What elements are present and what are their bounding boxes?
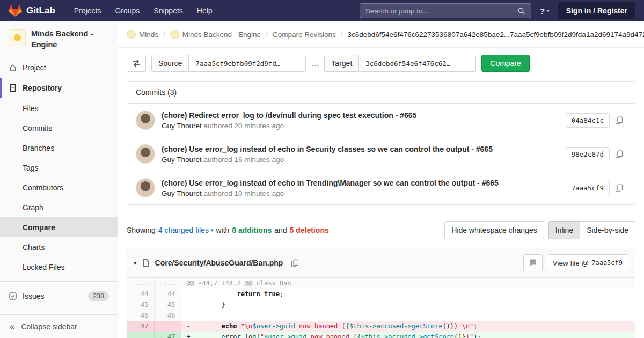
copy-file-path-button[interactable] [288, 257, 302, 269]
old-line-number[interactable]: 46 [127, 310, 154, 321]
commit-author-link[interactable]: Guy Thouret [162, 189, 202, 197]
top-navbar: GitLab ProjectsGroupsSnippetsHelp ? ▾ Si… [0, 0, 644, 21]
target-field-group: Target 3c6debd6f54e6f476c62… [324, 55, 476, 72]
sidebar-item-contributors[interactable]: Contributors [0, 178, 118, 197]
diff-row-ctx: 4646 [127, 310, 635, 321]
diff-line-sign: + [187, 333, 191, 338]
commit-title-link[interactable]: (chore) Use error_log instead of echo in… [162, 179, 557, 187]
source-ref-dropdown[interactable]: 7aaa5cf9ebfb09f2d9fd… [189, 55, 306, 72]
copy-commit-sha-button[interactable] [612, 182, 626, 194]
gitlab-logo[interactable]: GitLab [9, 4, 55, 17]
commit-sha-button[interactable]: 04a84c1c [566, 113, 610, 128]
commit-author-avatar[interactable] [136, 144, 155, 164]
inline-view-button[interactable]: Inline [548, 221, 580, 239]
copy-icon [615, 184, 623, 192]
search-input[interactable] [365, 7, 517, 15]
toggle-comments-button[interactable] [523, 254, 543, 271]
view-file-sha: 7aaa5cf9 [591, 259, 623, 267]
breadcrumb: Minds/Minds Backend - Engine/Compare Rev… [118, 21, 644, 48]
copy-commit-sha-button[interactable] [612, 114, 626, 127]
sidebar-item-files[interactable]: Files [0, 98, 118, 118]
diff-row-del: 47- echo "\n$user->guid now banned ({$th… [127, 321, 635, 332]
sign-in-register-button[interactable]: Sign in / Register [558, 2, 635, 19]
tanuki-icon [9, 4, 22, 17]
sidebar-item-locked-files[interactable]: Locked Files [0, 257, 118, 277]
sidebar-item-commits[interactable]: Commits [0, 118, 118, 138]
sidebar-divider [0, 281, 118, 282]
commit-title-link[interactable]: (chore) Use error_log instead of echo in… [162, 145, 557, 153]
sidebar-item-label: Issues [23, 292, 44, 300]
copy-commit-sha-button[interactable] [612, 148, 626, 160]
copy-icon [615, 116, 623, 124]
and-label: and [274, 226, 287, 234]
sidebar-item-label: Repository [23, 84, 62, 92]
side-by-side-view-button[interactable]: Side-by-side [580, 221, 635, 239]
commit-author-avatar[interactable] [136, 178, 155, 197]
sidebar-item-issues[interactable]: Issues 238 [0, 286, 118, 306]
nav-menu-snippets[interactable]: Snippets [147, 2, 189, 20]
diff-file-path[interactable]: Core/Security/AbuseGuard/Ban.php [155, 259, 283, 267]
copy-icon [291, 259, 299, 267]
commits-list: (chore) Redirect error_log to /dev/null … [127, 104, 635, 204]
view-file-button[interactable]: View file @ 7aaa5cf9 [547, 254, 628, 271]
target-ref-dropdown[interactable]: 3c6debd6f54e6f476c62… [359, 55, 476, 72]
sidebar-item-tags[interactable]: Tags [0, 158, 118, 178]
nav-menu-groups[interactable]: Groups [108, 2, 147, 20]
collapse-sidebar-button[interactable]: « Collapse sidebar [0, 314, 118, 338]
commits-panel: Commits (3) (chore) Redirect error_log t… [127, 81, 635, 205]
commit-author-avatar[interactable] [136, 111, 155, 130]
old-line-number[interactable]: 44 [127, 289, 154, 299]
breadcrumb-separator: / [341, 31, 343, 39]
help-menu[interactable]: ? ▾ [540, 6, 550, 16]
old-line-number[interactable] [127, 332, 154, 338]
sidebar-item-repository[interactable]: Repository [0, 78, 118, 98]
breadcrumb-avatar [170, 30, 179, 39]
commit-meta: Guy Thouret authored 16 minutes ago [162, 156, 557, 164]
sidebar-item-graph[interactable]: Graph [0, 197, 118, 217]
diff-file-header: ▾ Core/Security/AbuseGuard/Ban.php [127, 248, 635, 278]
new-line-number[interactable]: 46 [154, 310, 181, 321]
commit-author-link[interactable]: Guy Thouret [162, 156, 202, 164]
nav-menu-projects[interactable]: Projects [67, 2, 108, 20]
diff-row-ctx: 4444 return true; [127, 289, 635, 299]
main-content: Minds/Minds Backend - Engine/Compare Rev… [118, 21, 644, 338]
commit-sha-button[interactable]: 7aaa5cf9 [566, 181, 610, 195]
sidebar-item-branches[interactable]: Branches [0, 138, 118, 158]
new-line-number[interactable]: 44 [154, 289, 181, 299]
new-line-number[interactable]: 47 [154, 332, 181, 338]
sidebar-project-header[interactable]: Minds Backend - Engine [0, 21, 118, 55]
old-line-number[interactable]: ... [127, 278, 154, 289]
breadcrumb-link[interactable]: Minds Backend - Engine [170, 30, 261, 39]
sidebar-item-compare[interactable]: Compare [0, 217, 118, 237]
nav-menu-help[interactable]: Help [190, 2, 219, 20]
changed-files-dropdown[interactable]: 4 changed files ▾ [158, 226, 214, 234]
diff-code-line: } [181, 299, 635, 310]
new-line-number[interactable] [154, 321, 181, 332]
showing-label: Showing [127, 226, 156, 234]
old-line-number[interactable]: 45 [127, 299, 154, 310]
navbar-menu: ProjectsGroupsSnippetsHelp [67, 2, 219, 20]
breadcrumb-link[interactable]: Compare Revisions [273, 31, 336, 39]
new-line-number[interactable]: ... [154, 278, 181, 289]
sidebar-item-label: Project [23, 63, 46, 72]
hide-whitespace-button[interactable]: Hide whitespace changes [444, 221, 544, 239]
breadcrumb-link[interactable]: Minds [127, 30, 158, 39]
project-avatar [9, 29, 26, 46]
compare-revisions-form: Source 7aaa5cf9ebfb09f2d9fd… … Target 3c… [127, 55, 635, 72]
commit-author-link[interactable]: Guy Thouret [162, 122, 202, 130]
sidebar-item-project[interactable]: Project [0, 57, 118, 78]
brand-name: GitLab [26, 5, 55, 16]
search-box[interactable] [360, 3, 531, 18]
old-line-number[interactable]: 47 [127, 321, 154, 332]
target-label: Target [324, 55, 359, 72]
collapse-diff-caret-icon[interactable]: ▾ [134, 260, 137, 267]
commit-title-link[interactable]: (chore) Redirect error_log to /dev/null … [162, 111, 557, 120]
compare-button[interactable]: Compare [481, 55, 530, 72]
navbar-right: ? ▾ Sign in / Register [360, 2, 635, 19]
sidebar-item-charts[interactable]: Charts [0, 237, 118, 257]
swap-revisions-button[interactable] [127, 55, 146, 72]
project-sidebar: Minds Backend - Engine Project Repositor… [0, 21, 118, 338]
commit-sha-button[interactable]: 98e2c87d [566, 147, 610, 161]
commit-meta: Guy Thouret authored 20 minutes ago [162, 122, 557, 130]
new-line-number[interactable]: 45 [154, 299, 181, 310]
